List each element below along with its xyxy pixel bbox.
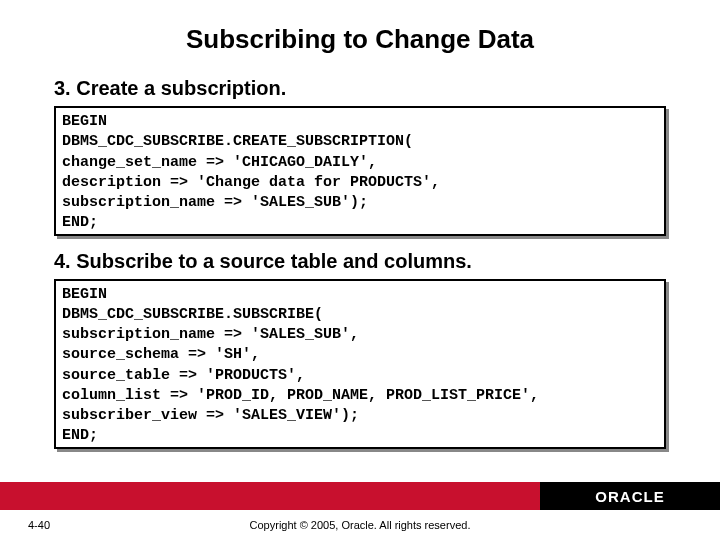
step-4-heading: 4. Subscribe to a source table and colum… (54, 250, 666, 273)
step-3-heading: 3. Create a subscription. (54, 77, 666, 100)
red-band (0, 482, 540, 510)
black-band: ORACLE (540, 482, 720, 510)
footer-color-band: ORACLE (0, 482, 720, 510)
footer-text-row: 4-40 Copyright © 2005, Oracle. All right… (0, 510, 720, 540)
code-block-create-subscription: BEGIN DBMS_CDC_SUBSCRIBE.CREATE_SUBSCRIP… (54, 106, 666, 236)
slide-title: Subscribing to Change Data (0, 0, 720, 73)
copyright-text: Copyright © 2005, Oracle. All rights res… (90, 519, 720, 531)
content-area: 3. Create a subscription. BEGIN DBMS_CDC… (0, 77, 720, 449)
code-block-subscribe: BEGIN DBMS_CDC_SUBSCRIBE.SUBSCRIBE( subs… (54, 279, 666, 449)
slide-number: 4-40 (0, 519, 90, 531)
oracle-logo: ORACLE (595, 488, 664, 505)
slide: Subscribing to Change Data 3. Create a s… (0, 0, 720, 540)
